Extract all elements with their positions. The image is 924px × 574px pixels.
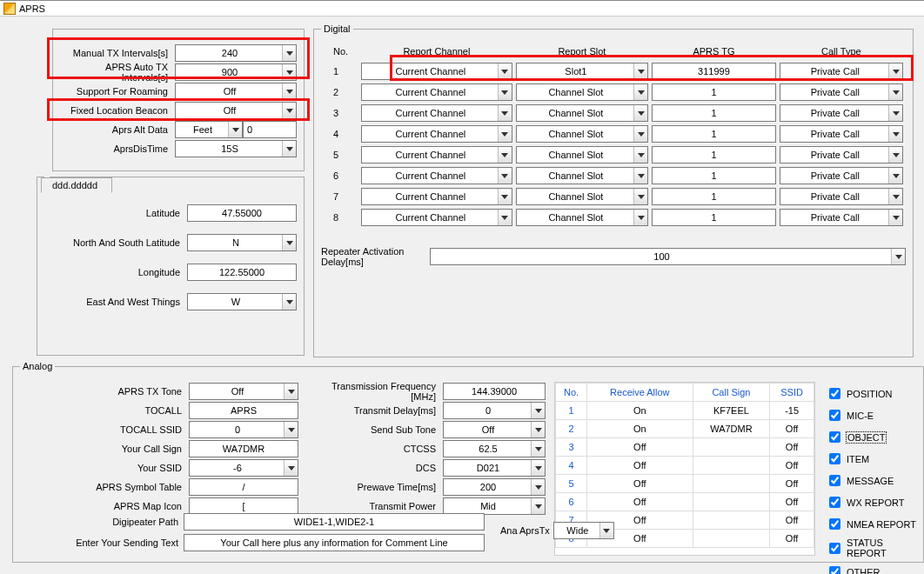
aprs-tg-input[interactable]: 1: [652, 167, 775, 184]
report-channel-dropdown[interactable]: Current Channel: [361, 188, 512, 205]
table-row[interactable]: 2 On WA7DMR Off: [556, 420, 814, 438]
callsign-cell[interactable]: [693, 530, 770, 548]
ssid-cell[interactable]: Off: [770, 493, 814, 511]
dis-time-dropdown[interactable]: 15S: [175, 140, 297, 157]
call-type-dropdown[interactable]: Private Call: [780, 83, 903, 101]
callsign-cell[interactable]: WA7DMR: [693, 420, 770, 438]
aprs-tg-input[interactable]: 1: [652, 104, 775, 122]
aprs-tg-input[interactable]: 1: [652, 146, 775, 164]
sending-text-input[interactable]: Your Call here plus any information for …: [184, 534, 485, 551]
rx-allow-cell[interactable]: On: [587, 420, 693, 438]
callsign-cell[interactable]: [693, 475, 770, 493]
call-type-dropdown[interactable]: Private Call: [780, 104, 903, 122]
latitude-input[interactable]: 47.55000: [187, 204, 297, 222]
report-slot-dropdown[interactable]: Channel Slot: [516, 146, 649, 164]
report-channel-dropdown[interactable]: Current Channel: [361, 63, 512, 80]
table-row[interactable]: 6 Off Off: [556, 493, 814, 511]
digipeater-path-input[interactable]: WIDE1-1,WIDE2-1: [184, 513, 485, 531]
check-item[interactable]: ITEM: [826, 451, 916, 467]
rx-allow-cell[interactable]: On: [587, 402, 693, 420]
check-status-report[interactable]: STATUS REPORT: [826, 537, 916, 558]
check-other[interactable]: OTHER: [826, 564, 916, 574]
ssid-cell[interactable]: Off: [770, 530, 814, 548]
prewave-dropdown[interactable]: 200: [443, 478, 546, 496]
call-type-dropdown[interactable]: Private Call: [780, 209, 903, 226]
ssid-cell[interactable]: Off: [770, 511, 814, 530]
tx-power-dropdown[interactable]: Mid: [443, 497, 546, 515]
longitude-input[interactable]: 122.55000: [187, 264, 297, 281]
tocall-input[interactable]: APRS: [189, 402, 298, 419]
rx-allow-cell[interactable]: Off: [587, 475, 693, 493]
callsign-cell[interactable]: [693, 511, 770, 530]
report-channel-dropdown[interactable]: Current Channel: [361, 104, 512, 122]
roaming-dropdown[interactable]: Off: [175, 83, 297, 100]
report-channel-dropdown[interactable]: Current Channel: [361, 146, 512, 164]
your-ssid-dropdown[interactable]: -6: [189, 459, 298, 477]
report-channel-dropdown[interactable]: Current Channel: [361, 125, 512, 143]
call-type-dropdown[interactable]: Private Call: [780, 125, 903, 143]
callsign-cell[interactable]: [693, 438, 770, 457]
ew-dropdown[interactable]: W: [187, 293, 297, 310]
rx-allow-cell[interactable]: Off: [587, 438, 693, 457]
rx-allow-cell[interactable]: Off: [587, 493, 693, 511]
callsign-cell[interactable]: [693, 493, 770, 511]
call-type-dropdown[interactable]: Private Call: [780, 188, 903, 205]
symbol-table-input[interactable]: /: [189, 478, 298, 496]
alt-value-input[interactable]: 0: [243, 121, 297, 138]
check-message[interactable]: MESSAGE: [826, 472, 916, 489]
beacon-dropdown[interactable]: Off: [175, 102, 297, 119]
call-type-dropdown[interactable]: Private Call: [780, 146, 903, 164]
ssid-cell[interactable]: Off: [770, 420, 814, 438]
alt-unit-dropdown[interactable]: Feet: [175, 121, 243, 138]
aprs-tg-input[interactable]: 1: [652, 188, 775, 205]
call-type-dropdown[interactable]: Private Call: [780, 167, 903, 184]
subtone-dropdown[interactable]: Off: [443, 421, 546, 438]
aprs-tg-input[interactable]: 1: [652, 125, 775, 143]
tab-decimal-degrees[interactable]: ddd.ddddd: [41, 177, 112, 193]
col-call-sign: Call Sign: [693, 384, 770, 402]
table-row[interactable]: 1 On KF7EEL -15: [556, 402, 814, 420]
report-slot-dropdown[interactable]: Channel Slot: [516, 209, 649, 226]
table-row[interactable]: 5 Off Off: [556, 475, 814, 493]
check-nmea-report[interactable]: NMEA REPORT: [826, 516, 916, 532]
tx-tone-dropdown[interactable]: Off: [189, 383, 298, 400]
rx-allow-cell[interactable]: Off: [587, 457, 693, 475]
call-type-dropdown[interactable]: Private Call: [780, 63, 903, 80]
report-slot-dropdown[interactable]: Channel Slot: [516, 167, 649, 184]
aprs-tg-input[interactable]: 1: [652, 209, 775, 226]
your-callsign-input[interactable]: WA7DMR: [189, 440, 298, 457]
report-channel-dropdown[interactable]: Current Channel: [361, 167, 512, 184]
auto-tx-dropdown[interactable]: 900: [175, 63, 297, 81]
tx-freq-input[interactable]: 144.39000: [443, 383, 546, 400]
report-slot-dropdown[interactable]: Slot1: [516, 63, 649, 80]
callsign-cell[interactable]: [693, 457, 770, 475]
ssid-cell[interactable]: Off: [770, 438, 814, 457]
dcs-dropdown[interactable]: D021: [443, 459, 546, 477]
ana-aprs-tx-dropdown[interactable]: Wide: [553, 522, 614, 539]
ssid-cell[interactable]: Off: [770, 475, 814, 493]
aprs-tg-input[interactable]: 311999: [652, 63, 775, 80]
manual-tx-dropdown[interactable]: 240: [175, 44, 297, 62]
tx-delay-dropdown[interactable]: 0: [443, 402, 546, 419]
check-wx-report[interactable]: WX REPORT: [826, 494, 916, 511]
report-slot-dropdown[interactable]: Channel Slot: [516, 104, 649, 122]
repeater-delay-dropdown[interactable]: 100: [430, 248, 906, 265]
report-channel-dropdown[interactable]: Current Channel: [361, 209, 512, 226]
map-icon-input[interactable]: [: [189, 497, 298, 515]
report-slot-dropdown[interactable]: Channel Slot: [516, 125, 649, 143]
ctcss-dropdown[interactable]: 62.5: [443, 440, 546, 457]
check-mice[interactable]: MIC-E: [826, 407, 916, 424]
report-slot-dropdown[interactable]: Channel Slot: [516, 83, 649, 101]
tocall-ssid-dropdown[interactable]: 0: [189, 421, 298, 438]
table-row[interactable]: 4 Off Off: [556, 457, 814, 475]
report-slot-dropdown[interactable]: Channel Slot: [516, 188, 649, 205]
ns-dropdown[interactable]: N: [187, 234, 297, 251]
ssid-cell[interactable]: -15: [770, 402, 814, 420]
check-position[interactable]: POSITION: [826, 385, 916, 402]
report-channel-dropdown[interactable]: Current Channel: [361, 83, 512, 101]
callsign-cell[interactable]: KF7EEL: [693, 402, 770, 420]
aprs-tg-input[interactable]: 1: [652, 83, 775, 101]
table-row[interactable]: 3 Off Off: [556, 438, 814, 457]
check-object[interactable]: OBJECT: [826, 429, 916, 445]
ssid-cell[interactable]: Off: [770, 457, 814, 475]
